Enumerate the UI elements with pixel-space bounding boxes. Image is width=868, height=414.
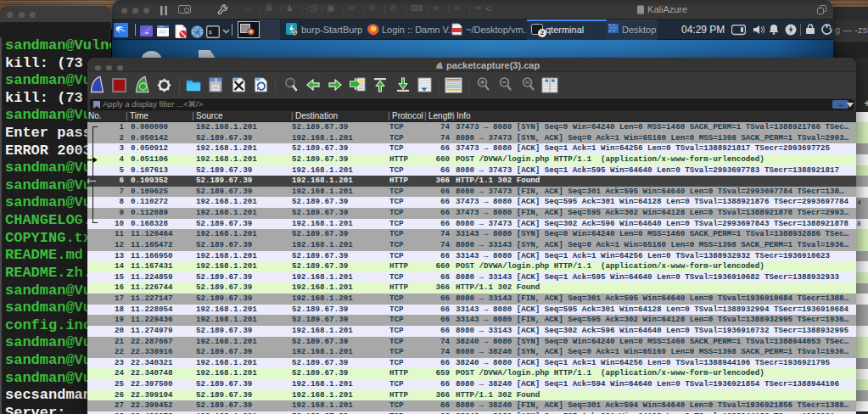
svg-text:S: S bbox=[293, 30, 296, 35]
svg-text:$: $ bbox=[209, 29, 212, 35]
